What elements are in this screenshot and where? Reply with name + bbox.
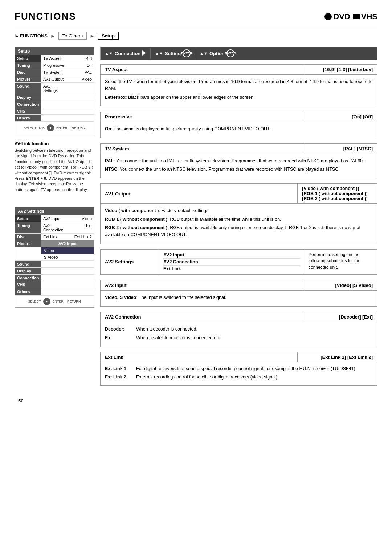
nav-bar: ▲▼ Connection ▲▼ Setting ENTER ▲▼ Option… xyxy=(100,47,377,60)
av2-connection-section: AV2 Connection [Decoder] [Ext] Decoder: … xyxy=(100,312,377,347)
menu2-val-av2input: Video xyxy=(68,215,94,222)
ext-link-header: Ext Link [Ext Link 1] [Ext Link 2] xyxy=(101,352,377,362)
menu-key-av2: AV2 Settings xyxy=(41,83,68,94)
breadcrumb-setup: Setup xyxy=(98,32,119,40)
tv-system-section: TV System [PAL] [NTSC] PAL: You connect … xyxy=(100,143,377,179)
menu2-key-av2conn: AV2 Connection xyxy=(41,222,68,233)
menu-val-display xyxy=(41,94,94,101)
av1-output-title: AV1 Output xyxy=(101,189,297,199)
ext-link-key-1: Ext Link 1: xyxy=(105,365,134,372)
menu2-submenu-video: Video S Video xyxy=(15,247,94,261)
av2-conn-val-ext: When a satellite receiver is connected e… xyxy=(136,335,221,341)
vhs-rect-icon xyxy=(353,14,360,19)
menu-key-tv-system: TV System xyxy=(41,69,68,76)
av2-connection-body: Decoder: When a decoder is connected. Ex… xyxy=(101,322,377,347)
menu-label-setup: Setup xyxy=(15,55,41,62)
menu2-row-tuning: Tuning AV2 Connection Ext xyxy=(15,222,94,234)
progressive-body-text: On: The signal is displayed in full-pict… xyxy=(105,126,373,133)
av1-output-header: AV1 Output [Video ( with component )] [R… xyxy=(101,184,377,204)
menu-val-tv-system: PAL xyxy=(68,69,94,76)
menu-val-others xyxy=(41,115,94,121)
dvd-icon: DVD xyxy=(324,12,350,21)
menu2-label-sound: Sound xyxy=(15,261,41,267)
tv-system-header: TV System [PAL] [NTSC] xyxy=(101,144,377,154)
ext-link-body: Ext Link 1: For digital receivers that s… xyxy=(101,362,377,385)
menu2-key-av2input: AV2 Input xyxy=(41,215,68,222)
menu-val-av2 xyxy=(68,83,94,94)
menu2-key-extlink: Ext Link xyxy=(41,234,68,240)
av2-connection-options: [Decoder] [Ext] xyxy=(305,312,377,322)
nav-option: ▲▼ Option ENTER xyxy=(195,47,239,60)
av2-input-section: AV2 Input [Video] [S Video] Video, S Vid… xyxy=(100,280,377,307)
menu-label-display: Display xyxy=(15,94,41,101)
nav-up-triangle-2: ▲▼ xyxy=(155,51,163,56)
av-link-title: AV-Link function xyxy=(15,141,94,146)
ext-link-row-1: Ext Link 1: For digital receivers that s… xyxy=(105,365,373,372)
menu2-label-picture: Picture xyxy=(15,240,41,247)
enter-btn-2[interactable]: ● xyxy=(43,298,50,305)
select-label-1: SELECT xyxy=(24,126,36,130)
menu2-label-vhs: VHS xyxy=(15,281,41,288)
av1-opt-1: [Video ( with component )] xyxy=(302,186,373,191)
ext-link-options: [Ext Link 1] [Ext Link 2] xyxy=(297,352,377,362)
menu2-label-disc: Disc xyxy=(15,234,41,240)
tab-label-1: TAB xyxy=(38,126,45,130)
enter-btn-1[interactable]: ● xyxy=(47,124,54,131)
menu2-video-option: Video xyxy=(41,247,94,254)
menu2-val-vhs xyxy=(41,281,94,288)
menu-val-av1: Video xyxy=(68,76,94,82)
av2-conn-val-decoder: When a decoder is connected. xyxy=(136,326,197,333)
av2-input-body: Video, S Video: The input is switched to… xyxy=(101,291,377,306)
menu-label-picture: Picture xyxy=(15,76,41,82)
enter-circle-1: ENTER xyxy=(183,49,191,57)
menu2-row-others: Others xyxy=(15,288,94,295)
menu-label-tuning: Tuning xyxy=(15,62,41,69)
av1-body-3: RGB 2 ( without component ): RGB output … xyxy=(105,224,373,239)
return-label-1: RETURN xyxy=(72,126,85,130)
menu2-submenu-title: AV2 Input xyxy=(41,240,94,247)
menu-label-vhs: VHS xyxy=(15,108,41,114)
av2-conn-row-decoder: Decoder: When a decoder is connected. xyxy=(105,326,373,333)
menu-label-disc: Disc xyxy=(15,69,41,76)
av2-settings-description: Perform the settings in the following su… xyxy=(305,250,377,274)
progressive-options: [On] [Off] xyxy=(305,112,377,122)
tv-system-title: TV System xyxy=(101,144,305,154)
menu2-label-tuning: Tuning xyxy=(15,222,41,233)
av1-body-1: Video ( with component ): Factory-defaul… xyxy=(105,207,373,214)
ext-link-key-2: Ext Link 2: xyxy=(105,374,134,381)
tv-system-pal: PAL: You connect the unit to a PAL- or m… xyxy=(105,158,373,165)
return-label-2: RETURN xyxy=(67,300,81,303)
av-link-section: AV-Link function Switching between telev… xyxy=(15,141,94,193)
tv-aspect-body-1: Select the TV screen format of your tele… xyxy=(105,78,373,93)
main-layout: Setup Setup TV Aspect 4:3 Tuning Progres… xyxy=(15,47,377,391)
menu2-row-display: Display xyxy=(15,268,94,275)
menu2-svideo-option: S Video xyxy=(41,254,94,260)
nav-connection-label: Connection xyxy=(115,51,141,56)
menu-key-progressive: Progressive xyxy=(41,62,68,69)
nav-setting-label: Setting xyxy=(165,51,181,56)
enter-circle-2: ENTER xyxy=(226,49,234,57)
ext-link-section: Ext Link [Ext Link 1] [Ext Link 2] Ext L… xyxy=(100,352,377,386)
right-panel: ▲▼ Connection ▲▼ Setting ENTER ▲▼ Option… xyxy=(100,47,377,391)
menu-controls-1: SELECT TAB ● ENTER RETURN xyxy=(15,122,94,134)
av1-opt-3: [RGB 2 ( without component )] xyxy=(302,196,373,201)
menu2-val-av2conn: Ext xyxy=(68,222,94,233)
dvd-label: DVD xyxy=(333,12,350,21)
nav-play-icon-1 xyxy=(142,50,146,57)
av2-connection-header: AV2 Connection [Decoder] [Ext] xyxy=(101,312,377,322)
menu-row-setup: Setup TV Aspect 4:3 xyxy=(15,55,94,62)
tv-aspect-body: Select the TV screen format of your tele… xyxy=(101,75,377,106)
av2-conn-key-decoder: Decoder: xyxy=(105,326,134,333)
menu-row-others: Others xyxy=(15,115,94,122)
menu-row-sound: Sound AV2 Settings xyxy=(15,83,94,94)
av2-settings-header: AV2 Settings AV2 Input AV2 Connection Ex… xyxy=(101,250,377,275)
menu2-val-sound xyxy=(41,261,94,267)
tv-aspect-options: [16:9] [4:3] [Letterbox] xyxy=(305,65,377,74)
nav-up-triangle-1: ▲▼ xyxy=(105,51,113,56)
breadcrumb-functions: ↳ FUNCTIONS xyxy=(15,33,48,39)
enter-label-2: ENTER xyxy=(53,300,64,303)
ext-link-val-2: External recording control for satellite… xyxy=(136,374,279,381)
menu-row-display: Display xyxy=(15,94,94,101)
av2-connection-title: AV2 Connection xyxy=(101,312,305,322)
tv-aspect-title: TV Aspect xyxy=(101,65,305,74)
